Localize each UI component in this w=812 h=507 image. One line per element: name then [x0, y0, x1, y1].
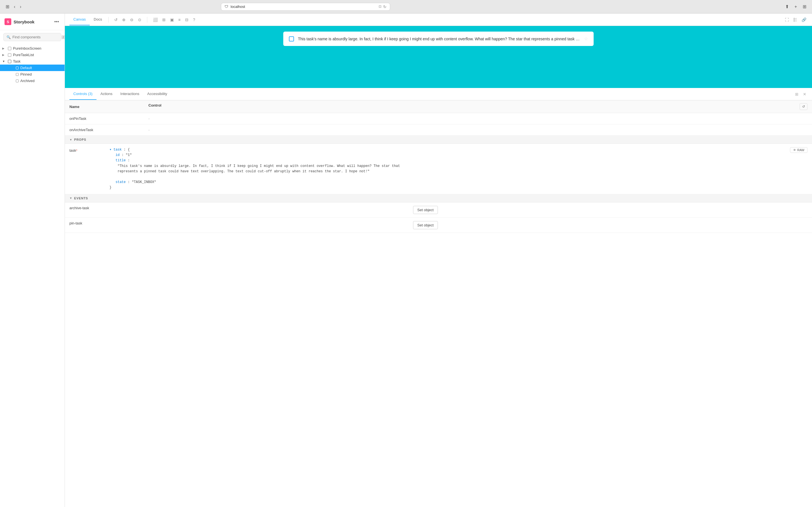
ctrl-tab-actions[interactable]: Actions	[97, 88, 116, 100]
component-icon	[8, 53, 11, 57]
controls-tabs: Controls (3) Actions Interactions Access…	[65, 88, 812, 100]
fullscreen-btn[interactable]: ⛶	[784, 16, 790, 23]
story-icon	[16, 66, 19, 69]
search-input[interactable]	[12, 35, 60, 39]
props-table: task* 👁 RAW ▾ task : {	[65, 144, 812, 194]
expand-icon: ▶	[2, 53, 6, 56]
row-control-onpintask: -	[144, 113, 812, 124]
table-row-pin-task: pin-task Set object	[65, 217, 812, 233]
help-btn[interactable]: ?	[192, 16, 196, 23]
share-btn[interactable]: ⬆	[784, 3, 790, 10]
forward-btn[interactable]: ›	[19, 3, 22, 10]
col-name-header: Name	[65, 100, 144, 113]
task-star-icon[interactable]: ☆	[584, 36, 588, 42]
event-name-archive: archive-task	[65, 203, 409, 218]
reset-icon-btn[interactable]: ↺	[113, 16, 119, 23]
sidebar-label-task: Task	[13, 59, 20, 63]
tabs-btn[interactable]: ⊞	[802, 3, 808, 10]
grid-view-btn[interactable]: ⊞	[161, 16, 167, 23]
sidebar-item-puretasklist[interactable]: ▶ PureTaskList	[0, 52, 65, 58]
search-shortcut: /	[61, 35, 65, 39]
ruler-btn[interactable]: ≡	[177, 16, 182, 23]
set-object-pin-btn[interactable]: Set object	[413, 221, 438, 229]
external-btn[interactable]: ⬱	[792, 16, 798, 23]
component-icon	[8, 60, 11, 63]
ctrl-tab-interactions[interactable]: Interactions	[116, 88, 143, 100]
events-label: EVENTS	[74, 196, 88, 200]
canvas-area: This task's name is absurdly large. In f…	[65, 26, 812, 88]
chevron-down-icon: ▼	[69, 138, 72, 141]
browser-nav-controls: ⊞ ‹ ›	[4, 3, 22, 10]
table-row-archive-task: archive-task Set object	[65, 203, 812, 218]
sidebar-toggle-btn[interactable]: ⊞	[4, 3, 10, 10]
event-control-pin: Set object	[409, 217, 812, 233]
app-logo: S Storybook	[4, 18, 35, 25]
row-name-task: task*	[65, 144, 105, 194]
task-checkbox[interactable]	[289, 36, 294, 42]
nav-tree: ▶ PureInboxScreen ▶ PureTaskList ▼ Task …	[0, 44, 65, 507]
task-title: This task's name is absurdly large. In f…	[298, 37, 580, 41]
set-object-archive-btn[interactable]: Set object	[413, 206, 438, 214]
url-text: localhost	[230, 4, 245, 9]
table-row-task: task* 👁 RAW ▾ task : {	[65, 144, 812, 194]
task-card: This task's name is absurdly large. In f…	[283, 32, 594, 46]
sidebar-header: S Storybook •••	[0, 13, 65, 30]
address-bar[interactable]: 🛡 localhost ⊡ ↻	[221, 3, 390, 11]
sidebar-label-archived: Archived	[20, 79, 35, 83]
event-name-pin: pin-task	[65, 217, 409, 233]
toolbar-divider2	[147, 17, 147, 22]
logo-icon: S	[4, 18, 11, 25]
expand-panel-btn[interactable]: ⊞	[794, 91, 800, 98]
reload-icon[interactable]: ↻	[383, 4, 386, 9]
sidebar-menu-btn[interactable]: •••	[53, 18, 60, 25]
toolbar: Canvas Docs ↺ ⊕ ⊖ ⊙ ⬜ ⊞ ▣ ≡ ⊟ ? ⛶ ⬱ 🔗	[65, 13, 812, 26]
events-section-header: ▼ EVENTS	[65, 194, 812, 203]
sidebar-label-puretasklist: PureTaskList	[13, 53, 34, 57]
browser-action-buttons: ⬆ + ⊞	[784, 3, 808, 10]
sidebar-item-task[interactable]: ▼ Task	[0, 58, 65, 65]
sidebar-item-archived[interactable]: Archived	[0, 77, 65, 84]
new-tab-btn[interactable]: +	[793, 3, 798, 10]
ctrl-tab-accessibility[interactable]: Accessibility	[143, 88, 171, 100]
outline-btn[interactable]: ▣	[169, 16, 175, 23]
zoom-reset-btn[interactable]: ⊙	[137, 16, 143, 23]
raw-btn[interactable]: 👁 RAW	[790, 147, 808, 153]
search-box[interactable]: 🔍 /	[3, 33, 61, 41]
table-row-onarchivetask: onArchiveTask -	[65, 124, 812, 135]
row-control-task: 👁 RAW ▾ task : { id : "1" title : "This …	[105, 144, 812, 194]
story-icon	[16, 79, 19, 82]
reset-controls-btn[interactable]: ↺	[800, 103, 808, 110]
story-icon	[16, 73, 19, 76]
expand-icon: ▶	[2, 47, 6, 50]
single-view-btn[interactable]: ⬜	[152, 16, 159, 23]
toolbar-divider	[108, 17, 109, 22]
row-control-onarchivetask: -	[144, 124, 812, 135]
toolbar-right: ⛶ ⬱ 🔗	[784, 16, 808, 23]
controls-panel: Controls (3) Actions Interactions Access…	[65, 88, 812, 507]
ctrl-tab-right: ⊞ ✕	[794, 91, 808, 98]
ctrl-tab-controls[interactable]: Controls (3)	[69, 88, 97, 100]
controls-table: Name Control ↺ onPinTask -	[65, 100, 812, 135]
zoom-out-btn[interactable]: ⊖	[129, 16, 134, 23]
app-container: S Storybook ••• 🔍 / ▶ PureInboxScreen ▶ …	[0, 13, 812, 507]
task-code-block: ▾ task : { id : "1" title : "This task's…	[109, 147, 808, 190]
events-table: archive-task Set object pin-task Set obj…	[65, 203, 812, 233]
sidebar-label-pinned: Pinned	[20, 72, 32, 76]
expand-icon: ▼	[2, 60, 6, 63]
sidebar-item-pureinboxscreen[interactable]: ▶ PureInboxScreen	[0, 45, 65, 52]
table-row-onpintask: onPinTask -	[65, 113, 812, 124]
props-section-header: ▼ PROPS	[65, 135, 812, 144]
search-icon: 🔍	[6, 35, 11, 39]
browser-chrome: ⊞ ‹ › 🛡 localhost ⊡ ↻ ⬆ + ⊞	[0, 0, 812, 13]
zoom-in-btn[interactable]: ⊕	[121, 16, 127, 23]
tab-docs[interactable]: Docs	[90, 14, 106, 25]
sidebar-item-default[interactable]: Default	[0, 65, 65, 71]
back-btn[interactable]: ‹	[13, 3, 16, 10]
link-btn[interactable]: 🔗	[801, 16, 808, 23]
sidebar-item-pinned[interactable]: Pinned	[0, 71, 65, 77]
tab-canvas[interactable]: Canvas	[69, 14, 90, 25]
close-panel-btn[interactable]: ✕	[802, 91, 808, 98]
measure-btn[interactable]: ⊟	[184, 16, 190, 23]
eye-icon: 👁	[793, 148, 796, 152]
chevron-down-icon-events: ▼	[69, 196, 72, 200]
